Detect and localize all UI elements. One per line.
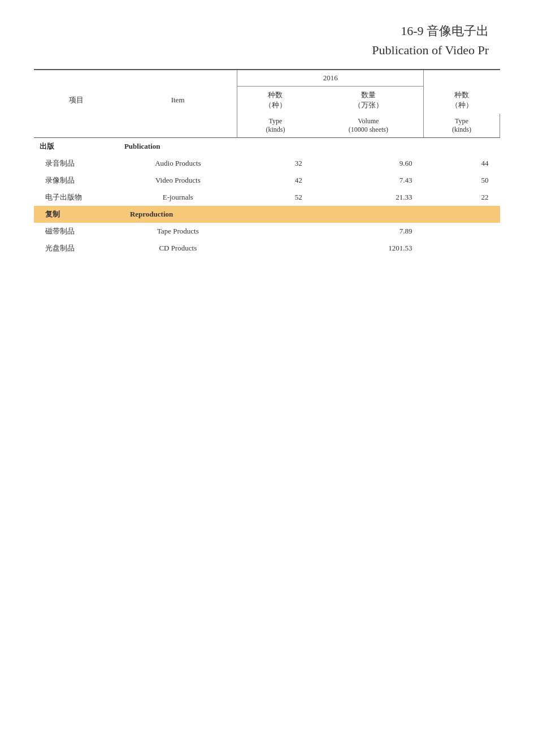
col-xiangmu-zh: 项目 (34, 87, 119, 114)
audio-en: Audio Products (119, 155, 237, 172)
col-item-en: Item (119, 87, 237, 114)
ejournals-en: E-journals (119, 189, 237, 206)
header-row-labels-zh: 项目 Item 种数（种） 数量（万张） 种数（种） (34, 87, 500, 114)
title-section: 16-9 音像电子出 Publication of Video Pr (34, 23, 500, 58)
cd-volume: 1201.53 (314, 240, 424, 257)
tape-en: Tape Products (119, 223, 237, 240)
ejournals-type: 52 (237, 189, 314, 206)
ejournals-zh: 电子出版物 (34, 189, 119, 206)
tape-products-row: 磁带制品 Tape Products 7.89 (34, 223, 500, 240)
cd-zh: 光盘制品 (34, 240, 119, 257)
reproduction-en: Reproduction (119, 206, 237, 223)
year-header: 2016 (237, 70, 424, 87)
col-type-en: Type(kinds) (237, 114, 314, 138)
table-wrapper: 2016 项目 Item 种数（种） 数量（万张） 种数（种） Type(kin… (34, 69, 500, 257)
tape-zh: 磁带制品 (34, 223, 119, 240)
publication-zh: 出版 (34, 138, 119, 155)
cd-en: CD Products (119, 240, 237, 257)
publication-en: Publication (119, 138, 237, 155)
col-type-zh: 种数（种） (237, 87, 314, 114)
video-type: 42 (237, 172, 314, 189)
reproduction-zh: 复制 (34, 206, 119, 223)
audio-volume: 9.60 (314, 155, 424, 172)
reproduction-header-row: 复制 Reproduction (34, 206, 500, 223)
video-zh: 录像制品 (34, 172, 119, 189)
ejournals-prev-type: 22 (424, 189, 500, 206)
video-prev-type: 50 (424, 172, 500, 189)
audio-type: 32 (237, 155, 314, 172)
title-chinese: 16-9 音像电子出 (34, 23, 489, 40)
main-table: 2016 项目 Item 种数（种） 数量（万张） 种数（种） Type(kin… (34, 69, 500, 257)
ejournals-volume: 21.33 (314, 189, 424, 206)
col-prev-type-en: Type(kinds) (424, 114, 500, 138)
publication-header-row: 出版 Publication (34, 138, 500, 155)
video-en: Video Products (119, 172, 237, 189)
col-prev-type-zh: 种数（种） (424, 87, 500, 114)
ejournals-row: 电子出版物 E-journals 52 21.33 22 (34, 189, 500, 206)
page-container: 16-9 音像电子出 Publication of Video Pr 2016 (0, 0, 534, 279)
cd-products-row: 光盘制品 CD Products 1201.53 (34, 240, 500, 257)
header-row-labels-en: Type(kinds) Volume(10000 sheets) Type(ki… (34, 114, 500, 138)
col-volume-zh: 数量（万张） (314, 87, 424, 114)
col-volume-en: Volume(10000 sheets) (314, 114, 424, 138)
header-row-top: 2016 (34, 70, 500, 87)
audio-products-row: 录音制品 Audio Products 32 9.60 44 (34, 155, 500, 172)
video-volume: 7.43 (314, 172, 424, 189)
audio-prev-type: 44 (424, 155, 500, 172)
title-english: Publication of Video Pr (34, 43, 489, 58)
audio-zh: 录音制品 (34, 155, 119, 172)
tape-volume: 7.89 (314, 223, 424, 240)
video-products-row: 录像制品 Video Products 42 7.43 50 (34, 172, 500, 189)
